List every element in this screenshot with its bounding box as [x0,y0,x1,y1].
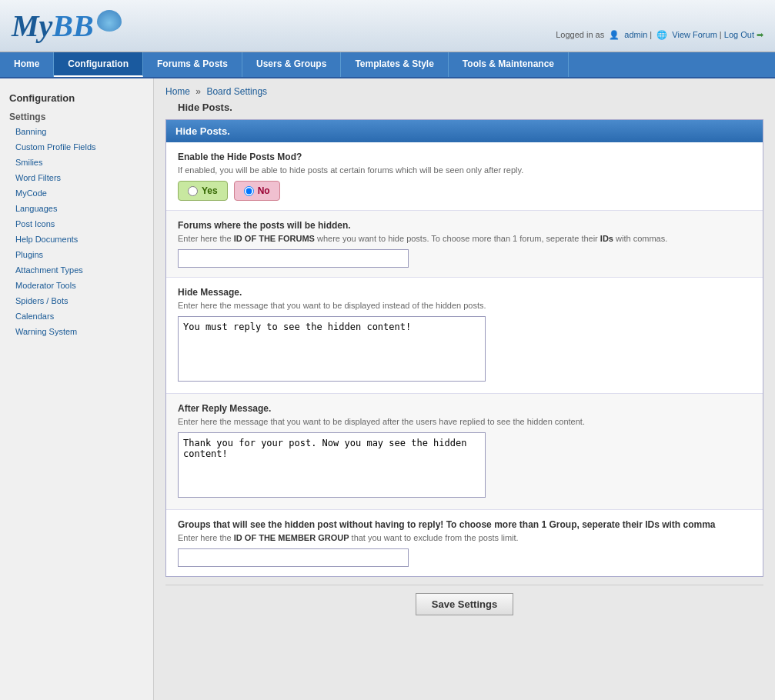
logout-link[interactable]: Log Out [724,30,754,39]
sidebar-item-help-documents[interactable]: Help Documents [0,232,153,247]
sidebar-item-calendars[interactable]: Calendars [0,308,153,324]
panel-body: Enable the Hide Posts Mod? If enabled, y… [166,142,763,576]
nav-tools-maintenance[interactable]: Tools & Maintenance [449,52,569,77]
main-content: Home » Board Settings Hide Posts. Hide P… [154,78,775,700]
yes-radio-label[interactable]: Yes [178,181,228,201]
save-area: Save Settings [165,585,763,623]
sidebar-item-word-filters[interactable]: Word Filters [0,170,153,185]
forums-hidden-input[interactable] [178,249,409,268]
yes-radio-input[interactable] [188,186,198,196]
nav-home[interactable]: Home [0,52,54,77]
sidebar-item-spiders-bots[interactable]: Spiders / Bots [0,293,153,308]
yes-label: Yes [202,185,218,196]
sidebar: Configuration Settings Banning Custom Pr… [0,78,154,700]
sidebar-item-warning-system[interactable]: Warning System [0,324,153,339]
groups-desc: Enter here the ID OF THE MEMBER GROUP th… [178,533,751,542]
sidebar-item-mycode[interactable]: MyCode [0,185,153,201]
no-label: No [258,185,270,196]
sidebar-item-post-icons[interactable]: Post Icons [0,216,153,232]
logout-arrow-icon: ➡ [757,30,763,39]
hide-message-desc: Enter here the message that you want to … [178,301,751,310]
sidebar-item-languages[interactable]: Languages [0,201,153,216]
page-title: Hide Posts. [178,102,763,113]
nav-users-groups[interactable]: Users & Groups [242,52,341,77]
sidebar-item-attachment-types[interactable]: Attachment Types [0,262,153,278]
globe-icon: 🌐 [656,30,667,39]
breadcrumb: Home » Board Settings [165,86,763,97]
after-reply-textarea[interactable]: Thank you for your post. Now you may see… [178,432,486,498]
sidebar-item-smilies[interactable]: Smilies [0,155,153,170]
main-navigation: Home Configuration Forums & Posts Users … [0,52,775,78]
hide-message-row: Hide Message. Enter here the message tha… [166,278,763,394]
after-reply-desc: Enter here the message that you want to … [178,417,751,426]
groups-row: Groups that will see the hidden post wit… [166,510,763,576]
user-icon: 👤 [609,30,620,39]
after-reply-label: After Reply Message. [178,403,751,414]
sidebar-item-moderator-tools[interactable]: Moderator Tools [0,278,153,293]
hide-message-label: Hide Message. [178,287,751,298]
forums-hidden-desc: Enter here the ID OF THE FORUMS where yo… [178,234,751,243]
sidebar-item-banning[interactable]: Banning [0,124,153,139]
enable-mod-radio-group: Yes No [178,181,751,201]
nav-configuration[interactable]: Configuration [54,52,143,77]
top-right-bar: Logged in as 👤 admin | 🌐 View Forum | Lo… [556,26,763,44]
save-settings-button[interactable]: Save Settings [416,593,513,615]
groups-label: Groups that will see the hidden post wit… [178,519,751,530]
sidebar-item-custom-profile-fields[interactable]: Custom Profile Fields [0,139,153,155]
forums-hidden-row: Forums where the posts will be hidden. E… [166,211,763,278]
no-radio-input[interactable] [244,186,254,196]
breadcrumb-home[interactable]: Home [165,86,190,97]
enable-mod-row: Enable the Hide Posts Mod? If enabled, y… [166,142,763,211]
logo: MyBB [12,8,122,44]
enable-mod-desc: If enabled, you will be able to hide pos… [178,165,751,175]
hide-posts-panel: Hide Posts. Enable the Hide Posts Mod? I… [165,119,763,577]
nav-forums-posts[interactable]: Forums & Posts [143,52,242,77]
sidebar-section-title: Configuration [0,86,153,107]
forums-hidden-label: Forums where the posts will be hidden. [178,220,751,231]
nav-templates-style[interactable]: Templates & Style [341,52,448,77]
after-reply-row: After Reply Message. Enter here the mess… [166,394,763,510]
view-forum-link[interactable]: View Forum [672,30,717,39]
sidebar-sub-title: Settings [0,107,153,124]
panel-header: Hide Posts. [166,120,763,142]
sidebar-item-plugins[interactable]: Plugins [0,247,153,262]
breadcrumb-board-settings[interactable]: Board Settings [206,86,267,97]
enable-mod-label: Enable the Hide Posts Mod? [178,152,751,162]
no-radio-label[interactable]: No [234,181,280,201]
admin-link[interactable]: admin [624,30,647,39]
hide-message-textarea[interactable]: You must reply to see the hidden content… [178,316,486,382]
groups-input[interactable] [178,548,409,567]
logged-in-label: Logged in as [556,30,604,39]
